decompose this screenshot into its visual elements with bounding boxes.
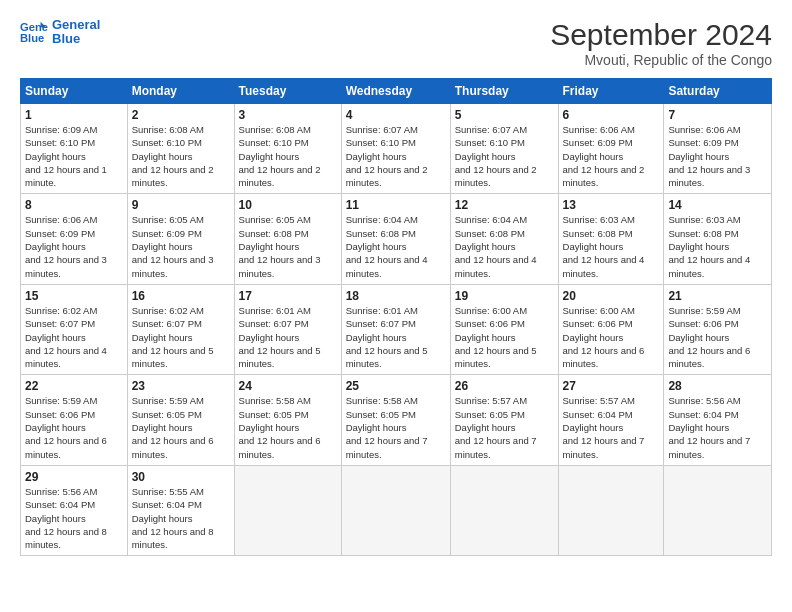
day-number: 14 [668,198,767,212]
logo: General Blue General Blue [20,18,100,47]
day-info: Sunrise: 6:04 AMSunset: 6:08 PMDaylight … [455,213,554,279]
table-row: 26 Sunrise: 5:57 AMSunset: 6:05 PMDaylig… [450,375,558,465]
table-row [234,465,341,555]
table-row: 25 Sunrise: 5:58 AMSunset: 6:05 PMDaylig… [341,375,450,465]
day-number: 6 [563,108,660,122]
table-row: 5 Sunrise: 6:07 AMSunset: 6:10 PMDayligh… [450,104,558,194]
table-row: 15 Sunrise: 6:02 AMSunset: 6:07 PMDaylig… [21,284,128,374]
day-info: Sunrise: 6:08 AMSunset: 6:10 PMDaylight … [132,123,230,189]
table-row: 4 Sunrise: 6:07 AMSunset: 6:10 PMDayligh… [341,104,450,194]
day-info: Sunrise: 6:03 AMSunset: 6:08 PMDaylight … [563,213,660,279]
col-saturday: Saturday [664,79,772,104]
header: General Blue General Blue September 2024… [20,18,772,68]
day-number: 25 [346,379,446,393]
table-row: 20 Sunrise: 6:00 AMSunset: 6:06 PMDaylig… [558,284,664,374]
day-number: 4 [346,108,446,122]
day-number: 26 [455,379,554,393]
col-monday: Monday [127,79,234,104]
table-row: 19 Sunrise: 6:00 AMSunset: 6:06 PMDaylig… [450,284,558,374]
table-row: 24 Sunrise: 5:58 AMSunset: 6:05 PMDaylig… [234,375,341,465]
table-row: 30 Sunrise: 5:55 AMSunset: 6:04 PMDaylig… [127,465,234,555]
day-info: Sunrise: 5:59 AMSunset: 6:06 PMDaylight … [668,304,767,370]
table-row: 17 Sunrise: 6:01 AMSunset: 6:07 PMDaylig… [234,284,341,374]
day-info: Sunrise: 6:06 AMSunset: 6:09 PMDaylight … [25,213,123,279]
table-row: 14 Sunrise: 6:03 AMSunset: 6:08 PMDaylig… [664,194,772,284]
day-number: 20 [563,289,660,303]
day-info: Sunrise: 5:59 AMSunset: 6:06 PMDaylight … [25,394,123,460]
day-number: 18 [346,289,446,303]
col-sunday: Sunday [21,79,128,104]
logo-blue: Blue [52,32,100,46]
day-info: Sunrise: 6:09 AMSunset: 6:10 PMDaylight … [25,123,123,189]
table-row: 8 Sunrise: 6:06 AMSunset: 6:09 PMDayligh… [21,194,128,284]
day-info: Sunrise: 6:05 AMSunset: 6:09 PMDaylight … [132,213,230,279]
table-row: 22 Sunrise: 5:59 AMSunset: 6:06 PMDaylig… [21,375,128,465]
col-tuesday: Tuesday [234,79,341,104]
col-friday: Friday [558,79,664,104]
col-wednesday: Wednesday [341,79,450,104]
table-row: 2 Sunrise: 6:08 AMSunset: 6:10 PMDayligh… [127,104,234,194]
day-info: Sunrise: 5:55 AMSunset: 6:04 PMDaylight … [132,485,230,551]
day-info: Sunrise: 6:00 AMSunset: 6:06 PMDaylight … [455,304,554,370]
day-info: Sunrise: 6:00 AMSunset: 6:06 PMDaylight … [563,304,660,370]
title-area: September 2024 Mvouti, Republic of the C… [550,18,772,68]
table-row: 12 Sunrise: 6:04 AMSunset: 6:08 PMDaylig… [450,194,558,284]
svg-text:Blue: Blue [20,33,44,45]
location: Mvouti, Republic of the Congo [550,52,772,68]
day-info: Sunrise: 5:56 AMSunset: 6:04 PMDaylight … [668,394,767,460]
calendar-header: Sunday Monday Tuesday Wednesday Thursday… [21,79,772,104]
day-number: 19 [455,289,554,303]
table-row: 23 Sunrise: 5:59 AMSunset: 6:05 PMDaylig… [127,375,234,465]
day-info: Sunrise: 6:03 AMSunset: 6:08 PMDaylight … [668,213,767,279]
day-number: 8 [25,198,123,212]
table-row [341,465,450,555]
table-row: 7 Sunrise: 6:06 AMSunset: 6:09 PMDayligh… [664,104,772,194]
day-number: 29 [25,470,123,484]
day-number: 3 [239,108,337,122]
table-row: 6 Sunrise: 6:06 AMSunset: 6:09 PMDayligh… [558,104,664,194]
day-info: Sunrise: 5:59 AMSunset: 6:05 PMDaylight … [132,394,230,460]
table-row: 1 Sunrise: 6:09 AMSunset: 6:10 PMDayligh… [21,104,128,194]
table-row [664,465,772,555]
table-row: 21 Sunrise: 5:59 AMSunset: 6:06 PMDaylig… [664,284,772,374]
day-info: Sunrise: 6:01 AMSunset: 6:07 PMDaylight … [239,304,337,370]
col-thursday: Thursday [450,79,558,104]
day-number: 5 [455,108,554,122]
table-row: 11 Sunrise: 6:04 AMSunset: 6:08 PMDaylig… [341,194,450,284]
day-info: Sunrise: 6:01 AMSunset: 6:07 PMDaylight … [346,304,446,370]
table-row: 10 Sunrise: 6:05 AMSunset: 6:08 PMDaylig… [234,194,341,284]
day-info: Sunrise: 6:06 AMSunset: 6:09 PMDaylight … [563,123,660,189]
day-info: Sunrise: 5:57 AMSunset: 6:05 PMDaylight … [455,394,554,460]
table-row [450,465,558,555]
calendar-body: 1 Sunrise: 6:09 AMSunset: 6:10 PMDayligh… [21,104,772,556]
day-number: 16 [132,289,230,303]
day-number: 15 [25,289,123,303]
day-info: Sunrise: 6:02 AMSunset: 6:07 PMDaylight … [25,304,123,370]
day-info: Sunrise: 6:07 AMSunset: 6:10 PMDaylight … [455,123,554,189]
day-number: 27 [563,379,660,393]
day-info: Sunrise: 5:58 AMSunset: 6:05 PMDaylight … [239,394,337,460]
table-row: 27 Sunrise: 5:57 AMSunset: 6:04 PMDaylig… [558,375,664,465]
day-number: 28 [668,379,767,393]
table-row: 16 Sunrise: 6:02 AMSunset: 6:07 PMDaylig… [127,284,234,374]
day-info: Sunrise: 6:04 AMSunset: 6:08 PMDaylight … [346,213,446,279]
table-row: 13 Sunrise: 6:03 AMSunset: 6:08 PMDaylig… [558,194,664,284]
day-number: 1 [25,108,123,122]
day-number: 17 [239,289,337,303]
day-info: Sunrise: 6:06 AMSunset: 6:09 PMDaylight … [668,123,767,189]
day-number: 2 [132,108,230,122]
logo-icon: General Blue [20,18,48,46]
table-row: 3 Sunrise: 6:08 AMSunset: 6:10 PMDayligh… [234,104,341,194]
day-number: 9 [132,198,230,212]
table-row: 29 Sunrise: 5:56 AMSunset: 6:04 PMDaylig… [21,465,128,555]
day-number: 12 [455,198,554,212]
day-info: Sunrise: 6:08 AMSunset: 6:10 PMDaylight … [239,123,337,189]
table-row [558,465,664,555]
day-number: 23 [132,379,230,393]
day-info: Sunrise: 6:05 AMSunset: 6:08 PMDaylight … [239,213,337,279]
day-number: 10 [239,198,337,212]
logo-general: General [52,18,100,32]
table-row: 18 Sunrise: 6:01 AMSunset: 6:07 PMDaylig… [341,284,450,374]
day-number: 7 [668,108,767,122]
calendar: Sunday Monday Tuesday Wednesday Thursday… [20,78,772,556]
